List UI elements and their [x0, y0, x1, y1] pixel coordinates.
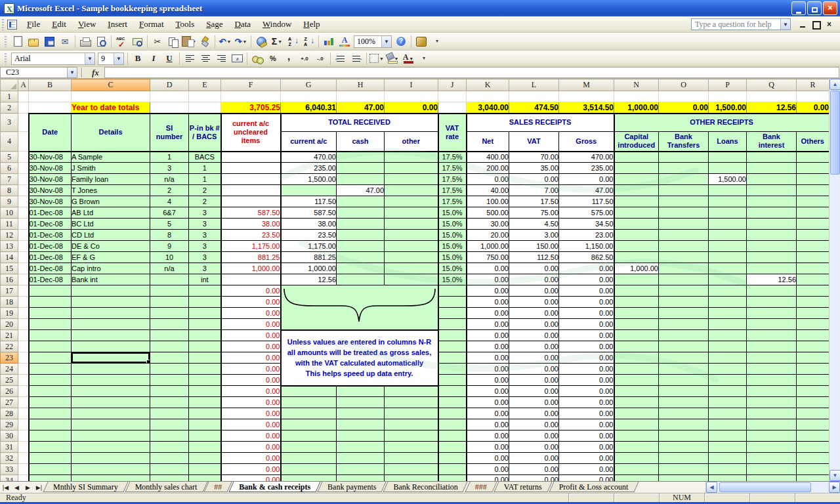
- research-icon[interactable]: [129, 35, 145, 49]
- cell-J5[interactable]: 17.5%: [438, 152, 467, 163]
- font-size-combo[interactable]: 9▼: [98, 52, 124, 65]
- scroll-right-button[interactable]: ▶: [829, 482, 840, 493]
- cell-E28[interactable]: [189, 408, 221, 419]
- header-net[interactable]: Net: [467, 132, 509, 152]
- cell-M7[interactable]: 0.00: [559, 174, 614, 185]
- cell-P31[interactable]: [709, 442, 747, 453]
- cell-R27[interactable]: [797, 397, 830, 408]
- cell-Q29[interactable]: [747, 419, 797, 430]
- header-vat-rate[interactable]: VATrate: [438, 114, 467, 152]
- cell-A2[interactable]: [18, 102, 29, 114]
- cell-B9[interactable]: 30-Nov-08: [29, 196, 72, 207]
- cell-J8[interactable]: 17.5%: [438, 185, 467, 196]
- cell-Q12[interactable]: [747, 230, 797, 241]
- cell-B8[interactable]: 30-Nov-08: [29, 185, 72, 196]
- cell-I9[interactable]: [385, 196, 438, 207]
- cell-A24[interactable]: [18, 364, 29, 375]
- cell-E17[interactable]: [189, 285, 221, 297]
- cell-H30[interactable]: [337, 430, 385, 442]
- sheet-tab-mnthly-si-summary[interactable]: Mnthly SI Summary: [45, 482, 127, 493]
- comma-icon[interactable]: ,: [281, 52, 297, 66]
- cell-B30[interactable]: [29, 430, 72, 442]
- row-header-16[interactable]: 16: [1, 274, 18, 285]
- cell-E29[interactable]: [189, 419, 221, 430]
- cell-I15[interactable]: [385, 263, 438, 274]
- align-left-icon[interactable]: [182, 52, 198, 66]
- cell-P26[interactable]: [709, 386, 747, 397]
- cell-G34[interactable]: [281, 475, 337, 482]
- total-K2[interactable]: 3,040.00: [467, 102, 509, 114]
- column-header-Q[interactable]: Q: [747, 79, 797, 91]
- cell-Q25[interactable]: [747, 375, 797, 386]
- cell-K1[interactable]: [467, 91, 509, 102]
- cell-J17[interactable]: [438, 285, 467, 297]
- cell-E11[interactable]: 3: [189, 219, 221, 230]
- cell-Q6[interactable]: [747, 163, 797, 174]
- row-header-20[interactable]: 20: [1, 319, 18, 330]
- cell-A19[interactable]: [18, 308, 29, 319]
- column-header-N[interactable]: N: [614, 79, 659, 91]
- row-header-3[interactable]: 3: [1, 114, 18, 132]
- cell-Q14[interactable]: [747, 252, 797, 263]
- header-vat[interactable]: VAT: [509, 132, 559, 152]
- cell-C10[interactable]: AB Ltd: [72, 207, 150, 219]
- row-header-15[interactable]: 15: [1, 263, 18, 274]
- cell-A20[interactable]: [18, 319, 29, 330]
- cell-C29[interactable]: [72, 419, 150, 430]
- cell-D12[interactable]: 8: [150, 230, 189, 241]
- cell-G10[interactable]: 587.50: [281, 207, 337, 219]
- sheet-tab--[interactable]: ##: [205, 482, 230, 493]
- cell-M11[interactable]: 34.50: [559, 219, 614, 230]
- column-header-B[interactable]: B: [29, 79, 72, 91]
- cut-icon[interactable]: ✂: [150, 35, 165, 49]
- cell-C32[interactable]: [72, 453, 150, 464]
- cell-O22[interactable]: [659, 341, 709, 352]
- cell-M17[interactable]: 0.00: [559, 285, 614, 297]
- worksheet-menu-icon[interactable]: [7, 20, 17, 30]
- column-header-D[interactable]: D: [150, 79, 189, 91]
- cell-F33[interactable]: 0.00: [221, 464, 281, 475]
- menu-tools[interactable]: Tools: [170, 18, 201, 31]
- cell-C18[interactable]: [72, 297, 150, 308]
- tab-scroll-first-button[interactable]: |◀: [0, 484, 11, 491]
- cell-N1[interactable]: [614, 91, 659, 102]
- cell-N23[interactable]: [614, 352, 659, 364]
- cell-J24[interactable]: [438, 364, 467, 375]
- cell-G13[interactable]: 1,175.00: [281, 241, 337, 252]
- cell-D29[interactable]: [150, 419, 189, 430]
- row-header-25[interactable]: 25: [1, 375, 18, 386]
- cell-A26[interactable]: [18, 386, 29, 397]
- cell-N32[interactable]: [614, 453, 659, 464]
- cell-E8[interactable]: 2: [189, 185, 221, 196]
- cell-O8[interactable]: [659, 185, 709, 196]
- cell-C30[interactable]: [72, 430, 150, 442]
- toolbar-options-icon[interactable]: ▾: [416, 52, 432, 66]
- column-header-I[interactable]: I: [385, 79, 438, 91]
- cell-M32[interactable]: 0.00: [559, 453, 614, 464]
- cell-C14[interactable]: EF & G: [72, 252, 150, 263]
- underline-icon[interactable]: U: [161, 52, 177, 66]
- cell-B12[interactable]: 01-Dec-08: [29, 230, 72, 241]
- cell-E23[interactable]: [189, 352, 221, 364]
- cell-C31[interactable]: [72, 442, 150, 453]
- cell-L27[interactable]: 0.00: [509, 397, 559, 408]
- cell-O27[interactable]: [659, 397, 709, 408]
- cell-A7[interactable]: [18, 174, 29, 185]
- cell-D6[interactable]: 3: [150, 163, 189, 174]
- vertical-scrollbar[interactable]: ▲ ▼: [829, 79, 840, 481]
- cell-L24[interactable]: 0.00: [509, 364, 559, 375]
- total-P2[interactable]: 1,500.00: [709, 102, 747, 114]
- cell-N27[interactable]: [614, 397, 659, 408]
- cell-D5[interactable]: 1: [150, 152, 189, 163]
- cell-M15[interactable]: 0.00: [559, 263, 614, 274]
- cell-A1[interactable]: [18, 91, 29, 102]
- cell-I27[interactable]: [385, 397, 438, 408]
- cell-C6[interactable]: J Smith: [72, 163, 150, 174]
- cell-J23[interactable]: [438, 352, 467, 364]
- cell-E6[interactable]: 1: [189, 163, 221, 174]
- cell-C19[interactable]: [72, 308, 150, 319]
- cell-R7[interactable]: [797, 174, 830, 185]
- cell-N21[interactable]: [614, 330, 659, 341]
- help-icon[interactable]: [393, 35, 409, 49]
- cell-A23[interactable]: [18, 352, 29, 364]
